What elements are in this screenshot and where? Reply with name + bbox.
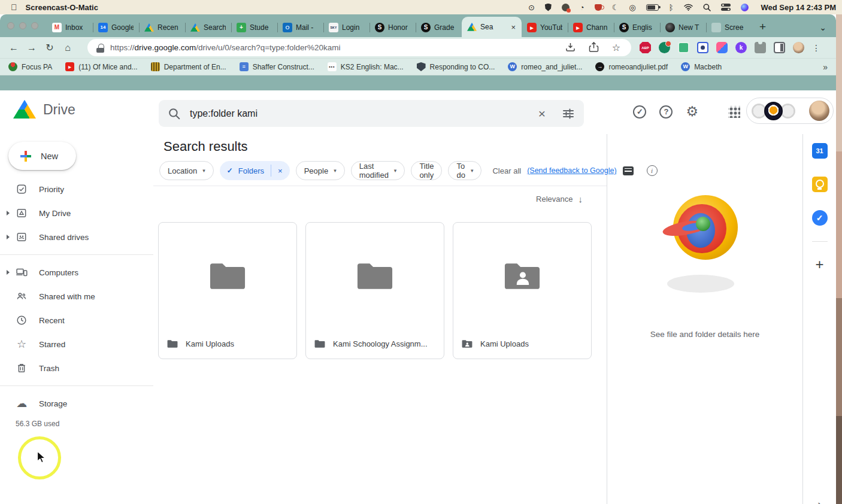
zoom-window-button[interactable]: [31, 22, 38, 29]
bookmark-romeo-and-juliet[interactable]: Wromeo_and_juliet...: [508, 62, 582, 71]
tab-inbox[interactable]: MInbox: [47, 18, 93, 37]
apple-menu-icon[interactable]: : [11, 2, 17, 12]
spotlight-search-icon[interactable]: [703, 4, 711, 11]
bookmark-responding[interactable]: Responding to CO...: [417, 62, 495, 71]
tab-login[interactable]: SKYLogin: [323, 18, 369, 37]
adblock-plus-icon[interactable]: ABP: [640, 42, 651, 53]
expand-arrow-icon[interactable]: [7, 211, 10, 215]
bookmark-shaffer[interactable]: ≡Shaffer Construct...: [240, 62, 314, 71]
tab-outlook-mail[interactable]: OMail -: [277, 18, 323, 37]
account-pill[interactable]: [746, 98, 834, 124]
sort-control[interactable]: Relevance ↓: [536, 194, 583, 204]
tab-drive-search-active[interactable]: Sea×: [462, 17, 522, 37]
account-avatar[interactable]: [809, 101, 829, 121]
bookmark-romeo-pdf[interactable]: →romeoandjuliet.pdf: [595, 62, 668, 71]
minimize-window-button[interactable]: [19, 22, 26, 29]
filter-chip-todo[interactable]: To do▾: [448, 161, 481, 180]
folder-card-kami-uploads[interactable]: Kami Uploads: [158, 222, 297, 359]
filter-chip-title-only[interactable]: Title only: [411, 161, 442, 180]
send-feedback-link[interactable]: (Send feedback to Google): [527, 166, 616, 175]
expand-arrow-icon[interactable]: [7, 270, 10, 275]
camera-extension-icon[interactable]: [697, 42, 708, 53]
bluetooth-icon[interactable]: ᛒ: [669, 4, 674, 11]
tab-drive-recent[interactable]: Recen: [139, 18, 185, 37]
install-app-icon[interactable]: [565, 42, 576, 54]
close-tab-icon[interactable]: ×: [510, 23, 516, 32]
record-icon[interactable]: ⊙: [528, 4, 535, 11]
tab-youtube-channel[interactable]: ▶Chann: [568, 18, 614, 37]
extensions-puzzle-icon[interactable]: [755, 42, 766, 53]
tab-search-chevron[interactable]: ⌄: [819, 23, 826, 32]
search-options-tune-icon[interactable]: [562, 108, 574, 120]
drive-logo[interactable]: Drive: [13, 99, 75, 120]
browser-menu-icon[interactable]: ⋮: [812, 43, 820, 53]
tab-student[interactable]: +Stude: [231, 18, 277, 37]
grammarly-icon[interactable]: [659, 42, 670, 53]
sidebar-item-shared-with-me[interactable]: Shared with me: [0, 284, 153, 308]
filter-chip-last-modified[interactable]: Last modified▾: [351, 161, 405, 180]
sidebar-item-storage[interactable]: ☁ Storage: [0, 391, 153, 415]
siri-icon[interactable]: [741, 4, 749, 11]
shield-icon[interactable]: [545, 4, 552, 11]
clear-search-icon[interactable]: ×: [538, 107, 546, 121]
filter-chip-folders-selected[interactable]: ✓Folders×: [220, 161, 290, 180]
close-window-button[interactable]: [7, 22, 14, 29]
offline-status-icon[interactable]: ✓: [633, 105, 646, 119]
bookmark-department[interactable]: Department of En...: [151, 62, 226, 71]
sidebar-item-computers[interactable]: Computers: [0, 260, 153, 284]
tab-drive-search[interactable]: Search: [185, 18, 231, 37]
sort-direction-arrow-icon[interactable]: ↓: [579, 194, 583, 204]
expand-arrow-icon[interactable]: [7, 235, 10, 239]
tab-google-calendar[interactable]: 14Google: [93, 18, 139, 37]
timer-icon[interactable]: ◔: [580, 4, 584, 11]
filter-chip-people[interactable]: People▾: [296, 161, 345, 180]
google-calendar-icon[interactable]: 31: [812, 143, 828, 159]
tab-new-tab-page[interactable]: New T: [660, 18, 706, 37]
google-keep-icon[interactable]: [812, 177, 828, 192]
new-tab-button[interactable]: +: [759, 20, 766, 34]
google-tasks-icon[interactable]: ✓: [812, 210, 828, 226]
drive-search-box[interactable]: type:folder kami ×: [159, 100, 584, 127]
sidebar-item-recent[interactable]: Recent: [0, 308, 153, 332]
tab-honors[interactable]: SHonor: [369, 18, 416, 37]
bookmark-macbeth[interactable]: WMacbeth: [681, 62, 722, 71]
get-add-ons-button[interactable]: +: [815, 256, 823, 273]
tab-screencast[interactable]: Scree: [706, 18, 752, 37]
menu-bar-clock[interactable]: Wed Sep 14 2:43 PM: [761, 3, 836, 12]
show-side-panel-chevron[interactable]: ›: [817, 497, 822, 504]
search-query-text[interactable]: type:folder kami: [190, 108, 538, 119]
settings-gear-icon[interactable]: ⚙: [686, 105, 698, 119]
wifi-icon[interactable]: [684, 4, 693, 11]
menu-bar-app-name[interactable]: Screencast-O-Matic: [26, 3, 98, 12]
back-button[interactable]: ←: [5, 42, 23, 53]
kami-icon[interactable]: k: [735, 42, 747, 53]
control-center-icon[interactable]: [721, 4, 731, 11]
bookmark-star-icon[interactable]: ☆: [612, 42, 620, 54]
share-icon[interactable]: [589, 42, 599, 54]
home-button[interactable]: ⌂: [59, 42, 77, 53]
notification-globe-icon[interactable]: [562, 4, 570, 11]
reload-button[interactable]: ↻: [41, 42, 59, 53]
folder-card-kami-uploads-shared[interactable]: Kami Uploads: [453, 222, 592, 359]
help-icon[interactable]: ?: [659, 105, 673, 119]
new-button[interactable]: New: [8, 142, 76, 170]
sidebar-item-shared-drives[interactable]: Shared drives: [0, 225, 153, 249]
tab-gradebook[interactable]: SGrade: [416, 18, 462, 37]
remove-filter-icon[interactable]: ×: [278, 166, 283, 175]
bookmark-focus-pa[interactable]: Focus PA: [8, 62, 52, 71]
tab-english[interactable]: SEnglis: [614, 18, 660, 37]
bookmark-of-mice-and-men[interactable]: ▶(11) Of Mice and...: [65, 62, 137, 71]
filter-chip-location[interactable]: Location▾: [159, 161, 214, 180]
address-bar[interactable]: https://drive.google.com/drive/u/0/searc…: [87, 39, 631, 56]
tab-youtube[interactable]: ▶YouTub: [522, 18, 568, 37]
bookmark-ks2-english[interactable]: ▪▪▪KS2 English: Mac...: [328, 62, 404, 71]
sidebar-item-priority[interactable]: Priority: [0, 177, 153, 201]
colored-extension-icon[interactable]: [716, 42, 728, 53]
do-not-disturb-moon-icon[interactable]: ☾: [612, 4, 619, 11]
caffeine-icon[interactable]: [595, 4, 602, 11]
lock-icon[interactable]: [98, 44, 104, 48]
google-apps-grid-icon[interactable]: [728, 106, 740, 118]
airplay-icon[interactable]: ◎: [629, 4, 635, 11]
sidebar-item-my-drive[interactable]: My Drive: [0, 201, 153, 225]
bookmarks-overflow-chevron[interactable]: »: [823, 62, 828, 72]
